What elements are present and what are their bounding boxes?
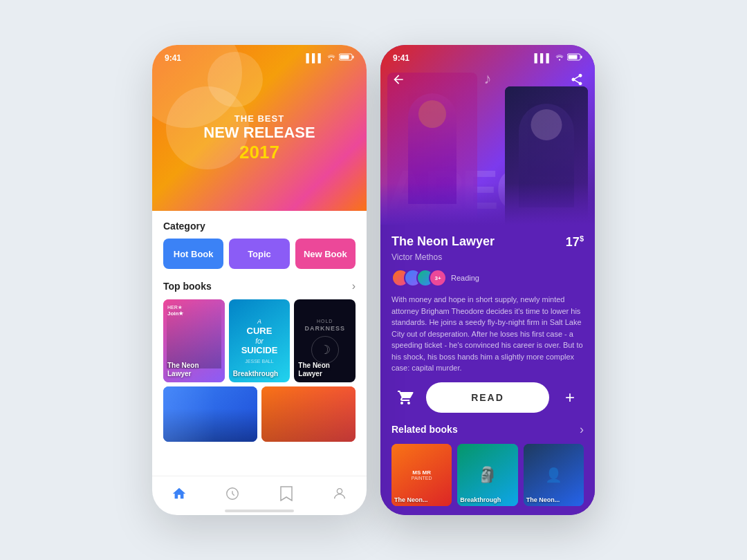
related-title: Related books: [391, 424, 458, 435]
svg-point-4: [338, 489, 342, 494]
category-section-title: Category: [163, 221, 356, 232]
nav-home[interactable]: [169, 483, 190, 504]
books-grid: HER★ Join★ The Neon Lawyer A CUREforSUIC…: [163, 299, 356, 382]
back-button[interactable]: [391, 73, 405, 90]
book-description: With money and hope in short supply, new…: [391, 294, 584, 374]
top-books-title: Top books: [163, 281, 212, 292]
price-value: 17: [566, 235, 580, 249]
signal-icon: ▌▌▌: [306, 53, 324, 63]
top-books-header: Top books ›: [163, 280, 356, 292]
books-row-bottom: [163, 386, 356, 442]
book-card-3[interactable]: HOLD DARKNESS ☽ The Neon Lawyer: [294, 299, 356, 382]
book-detail-header: The Neon Lawyer 17$: [391, 234, 584, 250]
related-label-3: The Neon...: [526, 496, 560, 503]
book-detail-title: The Neon Lawyer: [391, 234, 495, 249]
add-icon: +: [565, 388, 575, 407]
right-wifi-icon: [555, 53, 564, 63]
book-3-title: The Neon Lawyer: [298, 362, 356, 378]
add-button[interactable]: +: [556, 384, 584, 411]
related-grid: MS MR PAINTED The Neon... 🗿 Breakthrough: [391, 444, 584, 506]
avatar-stack: 3+: [391, 269, 447, 287]
hot-book-button[interactable]: Hot Book: [163, 239, 223, 269]
top-books-chevron[interactable]: ›: [352, 280, 356, 292]
related-label-2: Breakthrough: [460, 496, 501, 503]
wifi-icon: [326, 53, 336, 63]
left-phone: 9:41 ▌▌▌: [152, 45, 367, 515]
topic-button[interactable]: Topic: [229, 239, 289, 269]
battery-icon: [339, 53, 354, 63]
readers-row: 3+ Reading: [391, 269, 584, 287]
book-card-5[interactable]: [261, 386, 356, 442]
related-chevron[interactable]: ›: [580, 422, 584, 437]
read-button[interactable]: READ: [426, 382, 549, 413]
reading-label: Reading: [451, 274, 479, 282]
book-author: Victor Methos: [391, 252, 584, 262]
avatar-more: 3+: [429, 269, 447, 287]
new-book-button[interactable]: New Book: [295, 239, 356, 269]
svg-rect-6: [581, 56, 582, 59]
hero-circle-3: [208, 52, 263, 107]
right-status-icons: ▌▌▌: [534, 53, 582, 63]
left-phone-content: Category Hot Book Topic New Book Top boo…: [152, 211, 367, 476]
nav-profile[interactable]: [329, 483, 350, 504]
nav-explore[interactable]: [222, 483, 243, 504]
left-status-icons: ▌▌▌: [306, 53, 354, 63]
right-content: The Neon Lawyer 17$ Victor Methos 3+ Rea…: [380, 225, 595, 515]
book-2-title: Breakthrough: [233, 370, 279, 378]
svg-rect-1: [353, 56, 354, 59]
book-card-1[interactable]: HER★ Join★ The Neon Lawyer: [163, 299, 225, 382]
cart-button[interactable]: [391, 384, 419, 411]
readers-count: 3+: [434, 275, 441, 281]
book-price: 17$: [566, 234, 584, 250]
home-indicator: [225, 510, 294, 512]
screens-container: 9:41 ▌▌▌: [152, 45, 595, 515]
svg-rect-7: [569, 55, 578, 59]
hero-banner: 9:41 ▌▌▌: [152, 45, 367, 211]
related-label-1: The Neon...: [394, 496, 428, 503]
right-battery-icon: [567, 53, 582, 63]
book-card-4[interactable]: [163, 386, 257, 442]
related-card-3[interactable]: 👤 The Neon...: [524, 444, 584, 506]
currency-symbol: $: [580, 234, 584, 243]
music-note-icon: ♪: [484, 70, 492, 88]
svg-rect-2: [340, 55, 349, 59]
category-row: Hot Book Topic New Book: [163, 239, 356, 269]
right-time: 9:41: [393, 53, 409, 63]
related-header: Related books ›: [391, 422, 584, 437]
action-row: READ +: [391, 382, 584, 413]
bottom-nav: [152, 476, 367, 510]
book-card-2[interactable]: A CUREforSUICIDE JESSE BALL Breakthrough: [229, 299, 290, 382]
related-card-2[interactable]: 🗿 Breakthrough: [457, 444, 517, 506]
book-1-title: The Neon Lawyer: [167, 362, 225, 378]
related-card-1[interactable]: MS MR PAINTED The Neon...: [391, 444, 452, 506]
right-status-bar: 9:41 ▌▌▌: [380, 53, 595, 63]
nav-bookmarks[interactable]: [276, 483, 297, 504]
right-phone: 9:41 ▌▌▌: [380, 45, 595, 515]
right-hero: 9:41 ▌▌▌: [380, 45, 595, 225]
share-button[interactable]: [570, 73, 584, 89]
right-signal-icon: ▌▌▌: [534, 53, 552, 63]
